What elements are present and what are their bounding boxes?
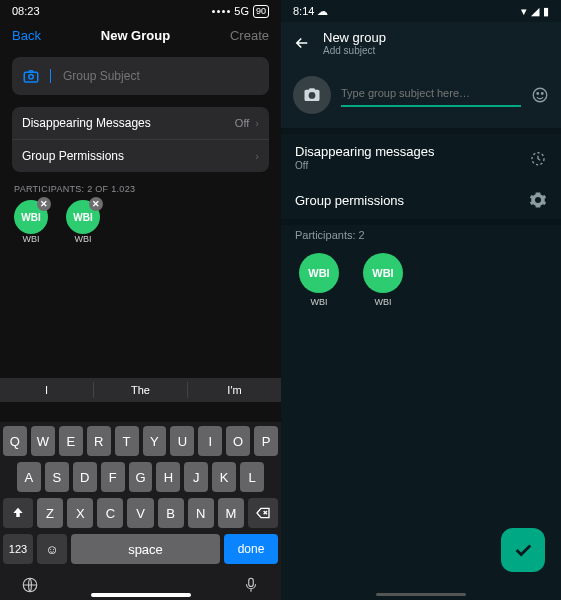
space-key[interactable]: space — [71, 534, 220, 564]
subject-input[interactable] — [63, 69, 259, 83]
prediction[interactable]: The — [94, 378, 187, 402]
emoji-icon[interactable] — [531, 86, 549, 104]
participant-name: WBI — [311, 297, 328, 307]
backspace-key[interactable] — [248, 498, 278, 528]
subject-input-wrap[interactable] — [341, 83, 521, 107]
participant-name: WBI — [375, 297, 392, 307]
key-g[interactable]: G — [129, 462, 153, 492]
nav-header: Back New Group Create — [0, 22, 281, 49]
key-t[interactable]: T — [115, 426, 139, 456]
done-key[interactable]: done — [224, 534, 278, 564]
status-time: 08:23 — [12, 5, 40, 17]
settings-list: Disappearing Messages Off› Group Permiss… — [12, 107, 269, 172]
key-f[interactable]: F — [101, 462, 125, 492]
row-label: Disappearing messages — [295, 144, 434, 159]
key-w[interactable]: W — [31, 426, 55, 456]
globe-icon[interactable] — [21, 576, 39, 594]
participants-count-label: Participants: 2 — [281, 225, 561, 247]
ios-screen: 08:23 5G 90 Back New Group Create Disapp… — [0, 0, 281, 600]
group-subject-field[interactable] — [12, 57, 269, 95]
create-button[interactable]: Create — [230, 28, 269, 43]
camera-button[interactable] — [293, 76, 331, 114]
remove-participant-icon[interactable]: ✕ — [37, 197, 51, 211]
key-u[interactable]: U — [170, 426, 194, 456]
participants-list: WBI WBI WBI WBI — [281, 247, 561, 313]
camera-icon[interactable] — [22, 67, 40, 85]
group-subject-area — [281, 66, 561, 128]
shift-key[interactable] — [3, 498, 33, 528]
svg-point-5 — [537, 93, 539, 95]
remove-participant-icon[interactable]: ✕ — [89, 197, 103, 211]
predictive-text-bar: I The I'm — [0, 378, 281, 402]
disappearing-messages-row[interactable]: Disappearing Messages Off› — [12, 107, 269, 140]
row-value: Off — [295, 160, 434, 171]
numbers-key[interactable]: 123 — [3, 534, 33, 564]
svg-point-4 — [533, 88, 547, 102]
emoji-key[interactable]: ☺ — [37, 534, 67, 564]
row-label: Group Permissions — [22, 149, 124, 163]
timer-icon — [529, 149, 547, 167]
key-c[interactable]: C — [97, 498, 123, 528]
key-a[interactable]: A — [17, 462, 41, 492]
cloud-icon: ☁ — [317, 5, 328, 17]
chevron-right-icon: › — [255, 150, 259, 162]
status-bar: 8:14 ☁ ▾ ◢ ▮ — [281, 0, 561, 22]
page-title: New Group — [101, 28, 170, 43]
keyboard: Q W E R T Y U I O P A S D F G H J K L Z … — [0, 422, 281, 600]
participants-list: WBI✕ WBI WBI✕ WBI — [0, 200, 281, 244]
key-r[interactable]: R — [87, 426, 111, 456]
nav-header: New group Add subject — [281, 22, 561, 66]
key-z[interactable]: Z — [37, 498, 63, 528]
key-v[interactable]: V — [127, 498, 153, 528]
prediction[interactable]: I — [0, 378, 93, 402]
battery-indicator: 90 — [253, 5, 269, 18]
participant-name: WBI — [75, 234, 92, 244]
avatar: WBI — [299, 253, 339, 293]
group-permissions-row[interactable]: Group Permissions › — [12, 140, 269, 172]
home-indicator[interactable] — [91, 593, 191, 597]
row-label: Disappearing Messages — [22, 116, 151, 130]
back-button[interactable]: Back — [12, 28, 41, 43]
key-k[interactable]: K — [212, 462, 236, 492]
android-screen: 8:14 ☁ ▾ ◢ ▮ New group Add subject Disap… — [281, 0, 561, 600]
row-value: Off — [235, 117, 249, 129]
avatar: WBI✕ — [14, 200, 48, 234]
key-j[interactable]: J — [184, 462, 208, 492]
subject-input[interactable] — [341, 87, 521, 99]
key-l[interactable]: L — [240, 462, 264, 492]
key-n[interactable]: N — [188, 498, 214, 528]
key-i[interactable]: I — [198, 426, 222, 456]
avatar: WBI — [363, 253, 403, 293]
home-indicator[interactable] — [376, 593, 466, 596]
participant-item[interactable]: WBI WBI — [363, 253, 403, 307]
svg-point-6 — [542, 93, 544, 95]
svg-rect-0 — [24, 72, 38, 82]
participants-count-label: PARTICIPANTS: 2 OF 1.023 — [14, 184, 267, 194]
key-d[interactable]: D — [73, 462, 97, 492]
key-x[interactable]: X — [67, 498, 93, 528]
mic-icon[interactable] — [242, 576, 260, 594]
back-button[interactable] — [293, 34, 311, 52]
key-y[interactable]: Y — [143, 426, 167, 456]
key-b[interactable]: B — [158, 498, 184, 528]
key-p[interactable]: P — [254, 426, 278, 456]
network-label: 5G — [234, 5, 249, 17]
text-cursor — [50, 69, 51, 83]
key-o[interactable]: O — [226, 426, 250, 456]
participant-item[interactable]: WBI✕ WBI — [66, 200, 100, 244]
signal-icon: ◢ — [531, 5, 539, 18]
key-h[interactable]: H — [156, 462, 180, 492]
participant-item[interactable]: WBI✕ WBI — [14, 200, 48, 244]
key-q[interactable]: Q — [3, 426, 27, 456]
cell-signal-icon — [212, 10, 230, 13]
key-e[interactable]: E — [59, 426, 83, 456]
key-s[interactable]: S — [45, 462, 69, 492]
participant-item[interactable]: WBI WBI — [299, 253, 339, 307]
prediction[interactable]: I'm — [188, 378, 281, 402]
chevron-right-icon: › — [255, 117, 259, 129]
group-permissions-row[interactable]: Group permissions — [281, 181, 561, 219]
battery-icon: ▮ — [543, 5, 549, 18]
disappearing-messages-row[interactable]: Disappearing messages Off — [281, 134, 561, 181]
key-m[interactable]: M — [218, 498, 244, 528]
confirm-fab[interactable] — [501, 528, 545, 572]
